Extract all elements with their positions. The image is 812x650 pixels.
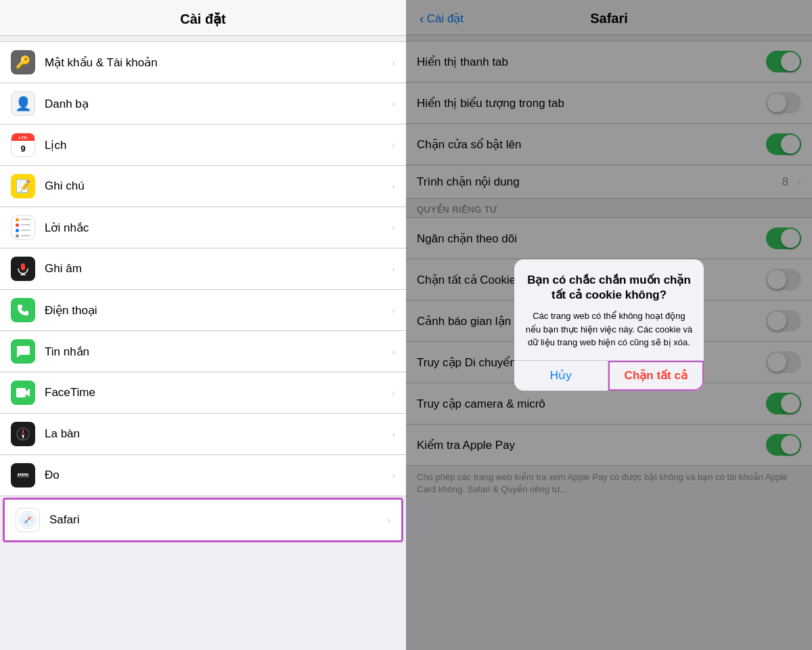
notes-label: Ghi chú (45, 179, 386, 193)
messages-label: Tin nhắn (45, 345, 386, 359)
settings-item-voice[interactable]: Ghi âm › (0, 248, 406, 290)
password-label: Mật khẩu & Tài khoản (45, 56, 386, 70)
svg-rect-10 (22, 473, 24, 476)
settings-item-facetime[interactable]: FaceTime › (0, 372, 406, 414)
settings-item-reminders[interactable]: Lời nhắc › (0, 207, 406, 248)
contacts-icon: 👤 (11, 91, 35, 116)
calendar-label: Lịch (45, 138, 386, 152)
compass-icon (11, 422, 35, 446)
left-title: Cài đặt (14, 11, 392, 27)
compass-label: La bàn (45, 427, 386, 441)
left-header: Cài đặt (0, 0, 406, 36)
settings-item-contacts[interactable]: 👤 Danh bạ › (0, 83, 406, 125)
chevron-icon: › (392, 429, 395, 439)
left-panel: Cài đặt 🔑 Mật khẩu & Tài khoản › 👤 Danh … (0, 0, 406, 650)
svg-rect-0 (21, 263, 25, 270)
chevron-icon: › (387, 515, 390, 525)
svg-rect-12 (26, 473, 28, 476)
modal-message: Các trang web có thể không hoạt động nếu… (525, 309, 693, 349)
phone-label: Điện thoại (45, 303, 386, 318)
settings-item-compass[interactable]: La bàn › (0, 414, 406, 455)
modal-dialog: Bạn có chắc chắn muốn chặn tất cả cookie… (514, 259, 704, 391)
chevron-icon: › (392, 57, 395, 68)
voice-label: Ghi âm (45, 262, 386, 276)
chevron-icon: › (392, 470, 395, 481)
chevron-icon: › (392, 98, 395, 109)
svg-rect-2 (20, 274, 26, 276)
reminders-icon (11, 215, 35, 240)
safari-label: Safari (49, 513, 382, 527)
safari-icon (16, 508, 40, 532)
settings-item-measure[interactable]: Đo › (0, 455, 406, 496)
settings-item-safari[interactable]: Safari › (3, 498, 403, 542)
settings-item-password[interactable]: 🔑 Mật khẩu & Tài khoản › (0, 41, 406, 83)
right-panel: ‹ Cài đặt Safari Hiển thị thanh tab Hiển… (406, 0, 812, 650)
chevron-icon: › (392, 263, 395, 274)
svg-marker-5 (22, 429, 24, 434)
messages-icon (11, 339, 35, 364)
settings-list: 🔑 Mật khẩu & Tài khoản › 👤 Danh bạ › LCH… (0, 36, 406, 650)
reminders-label: Lời nhắc (45, 221, 386, 235)
chevron-icon: › (392, 222, 395, 233)
chevron-icon: › (392, 387, 395, 398)
modal-overlay: Bạn có chắc chắn muốn chặn tất cả cookie… (406, 0, 812, 650)
confirm-button[interactable]: Chặn tất cả (608, 361, 704, 391)
svg-rect-11 (24, 473, 26, 475)
modal-content: Bạn có chắc chắn muốn chặn tất cả cookie… (514, 259, 704, 349)
cancel-button[interactable]: Hủy (514, 361, 608, 391)
facetime-label: FaceTime (45, 386, 386, 399)
voice-icon (11, 257, 35, 281)
chevron-icon: › (392, 139, 395, 150)
measure-label: Đo (45, 469, 386, 482)
password-icon: 🔑 (11, 50, 35, 74)
chevron-icon: › (392, 181, 395, 192)
chevron-icon: › (392, 346, 395, 357)
settings-item-phone[interactable]: Điện thoại › (0, 290, 406, 331)
calendar-icon: LCH 9 (11, 133, 35, 157)
svg-rect-9 (20, 473, 22, 475)
chevron-icon: › (392, 305, 395, 316)
facetime-icon (11, 381, 35, 405)
notes-icon: 📝 (11, 174, 35, 198)
svg-rect-8 (18, 473, 20, 476)
settings-item-calendar[interactable]: LCH 9 Lịch › (0, 125, 406, 166)
svg-marker-6 (22, 434, 24, 439)
measure-icon (11, 463, 35, 488)
svg-rect-3 (16, 388, 26, 397)
modal-title: Bạn có chắc chắn muốn chặn tất cả cookie… (525, 273, 693, 303)
phone-icon (11, 298, 35, 322)
contacts-label: Danh bạ (45, 97, 386, 111)
settings-item-notes[interactable]: 📝 Ghi chú › (0, 166, 406, 207)
modal-actions: Hủy Chặn tất cả (514, 361, 704, 391)
settings-item-messages[interactable]: Tin nhắn › (0, 331, 406, 372)
